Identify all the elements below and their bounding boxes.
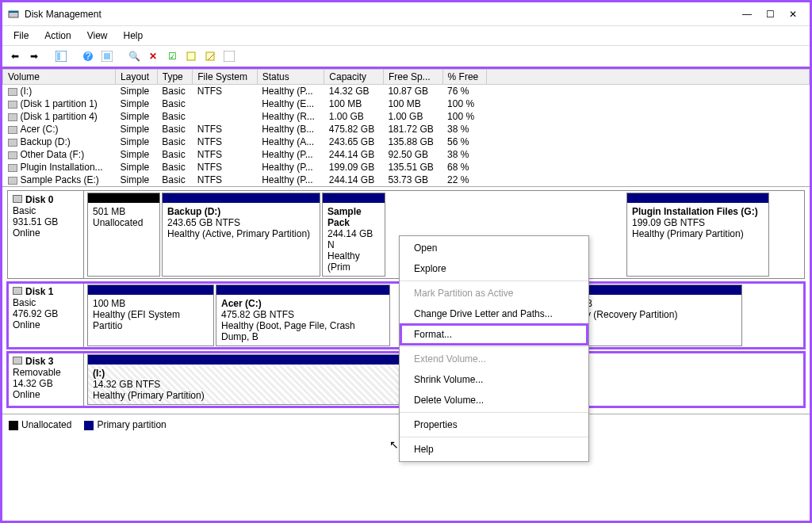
refresh-button[interactable]: 🔍	[126, 49, 142, 63]
menu-item[interactable]: Open	[400, 238, 588, 258]
new-button[interactable]	[183, 49, 199, 63]
column-header[interactable]: Free Sp...	[383, 70, 442, 85]
volume-row[interactable]: (Disk 1 partition 4)SimpleBasicHealthy (…	[3, 110, 810, 123]
column-header[interactable]: Layout	[116, 70, 158, 85]
settings-button[interactable]	[99, 49, 115, 63]
column-header[interactable]: Capacity	[324, 70, 384, 85]
back-button[interactable]: ⬅	[7, 49, 23, 63]
svg-rect-3	[57, 52, 60, 60]
forward-button[interactable]: ➡	[26, 49, 42, 63]
menu-item: Mark Partition as Active	[400, 283, 588, 303]
menu-help[interactable]: Help	[117, 29, 150, 43]
menu-action[interactable]: Action	[38, 29, 77, 43]
svg-rect-7	[104, 53, 110, 59]
svg-rect-1	[9, 11, 18, 13]
cursor-icon: ↖	[389, 438, 399, 451]
partition[interactable]: Backup (D:)243.65 GB NTFSHealthy (Active…	[162, 193, 320, 277]
partition[interactable]: Acer (C:)475.82 GB NTFSHealthy (Boot, Pa…	[216, 284, 390, 346]
volume-row[interactable]: Plugin Installation...SimpleBasicNTFSHea…	[3, 161, 810, 174]
menu-item: Extend Volume...	[400, 349, 588, 369]
volume-row[interactable]: Other Data (F:)SimpleBasicNTFSHealthy (P…	[3, 148, 810, 161]
menu-item[interactable]: Shrink Volume...	[400, 369, 588, 390]
disk-info[interactable]: Disk 1Basic476.92 GBOnline	[8, 283, 84, 348]
app-icon	[7, 8, 20, 21]
svg-rect-8	[187, 52, 195, 60]
menu-view[interactable]: View	[81, 29, 114, 43]
svg-text:?: ?	[86, 51, 91, 62]
menu-file[interactable]: File	[7, 29, 35, 43]
toolbar: ⬅ ➡ ? 🔍 ✕ ☑	[2, 46, 810, 69]
column-header[interactable]: File System	[193, 70, 257, 85]
partition[interactable]: Plugin Installation Files (G:)199.09 GB …	[626, 193, 769, 277]
volume-table: VolumeLayoutTypeFile SystemStatusCapacit…	[2, 69, 810, 186]
legend-unallocated: Unallocated	[21, 419, 71, 430]
partition[interactable]: 501 MBUnallocated	[87, 193, 160, 277]
menu-item[interactable]: Delete Volume...	[400, 390, 588, 410]
volume-row[interactable]: Backup (D:)SimpleBasicNTFSHealthy (A...2…	[3, 136, 810, 148]
volume-row[interactable]: (I:)SimpleBasicNTFSHealthy (P...14.32 GB…	[3, 85, 810, 98]
column-header[interactable]: Type	[157, 70, 192, 85]
svg-rect-9	[206, 52, 214, 60]
menu-bar: File Action View Help	[2, 26, 810, 46]
column-header[interactable]: % Free	[442, 70, 487, 85]
show-hide-tree-button[interactable]	[53, 49, 69, 63]
column-header[interactable]: Volume	[3, 70, 116, 85]
help-button[interactable]: ?	[80, 49, 96, 63]
window-title: Disk Management	[25, 9, 742, 20]
volume-row[interactable]: Acer (C:)SimpleBasicNTFSHealthy (B...475…	[3, 123, 810, 136]
options-button[interactable]	[221, 49, 237, 63]
menu-item[interactable]: Change Drive Letter and Paths...	[400, 303, 588, 324]
close-button[interactable]: ✕	[789, 9, 797, 20]
menu-item[interactable]: Format...	[400, 323, 588, 345]
column-header[interactable]: Status	[257, 70, 324, 85]
volume-row[interactable]: Sample Packs (E:)SimpleBasicNTFSHealthy …	[3, 174, 810, 186]
legend-primary: Primary partition	[97, 419, 166, 430]
delete-button[interactable]: ✕	[145, 49, 161, 63]
titlebar: Disk Management — ☐ ✕	[2, 2, 810, 26]
menu-item[interactable]: Properties	[400, 414, 588, 435]
disk-info[interactable]: Disk 3Removable14.32 GBOnline	[8, 353, 84, 407]
edit-button[interactable]	[202, 49, 218, 63]
partition[interactable]: Sample Pack244.14 GB NHealthy (Prim	[322, 193, 385, 277]
partition[interactable]: 100 MBHealthy (EFI System Partitio	[87, 284, 214, 346]
maximize-button[interactable]: ☐	[766, 9, 775, 20]
apply-button[interactable]: ☑	[164, 49, 180, 63]
volume-row[interactable]: (Disk 1 partition 1)SimpleBasicHealthy (…	[3, 97, 810, 110]
svg-rect-11	[224, 51, 235, 62]
menu-item[interactable]: Help	[400, 439, 588, 460]
context-menu: OpenExploreMark Partition as ActiveChang…	[399, 235, 589, 462]
minimize-button[interactable]: —	[742, 9, 752, 20]
disk-info[interactable]: Disk 0Basic931.51 GBOnline	[8, 191, 84, 278]
menu-item[interactable]: Explore	[400, 258, 588, 279]
